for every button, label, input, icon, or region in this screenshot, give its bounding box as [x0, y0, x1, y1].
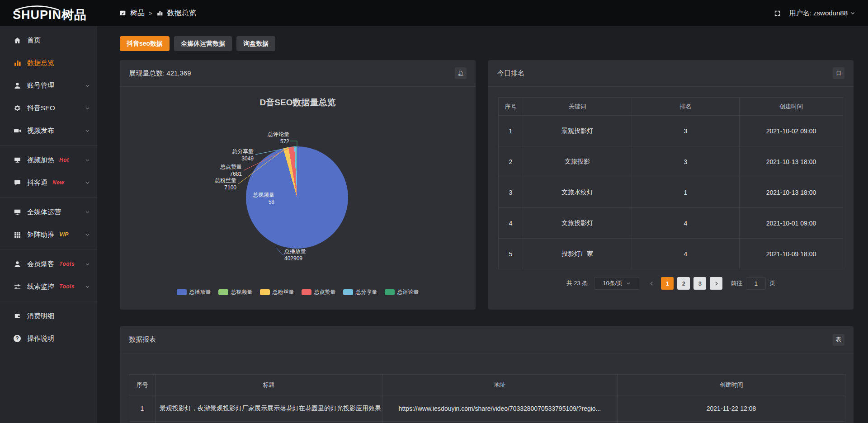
prev-page-button[interactable]: [646, 277, 657, 290]
pie-label-likes: 总点赞量7681: [220, 163, 242, 178]
sidebar-item-matrix-boost[interactable]: 矩阵助推 VIP: [0, 223, 97, 246]
sidebar: 首页 数据总览 账号管理 抖音SEO 视频发布 视频加热 Hot: [0, 26, 97, 423]
grid-icon: [14, 231, 21, 239]
question-icon: [14, 335, 21, 343]
chevron-down-icon: [85, 262, 90, 267]
breadcrumb-separator: >: [149, 10, 152, 17]
legend-item[interactable]: 总点赞量: [302, 288, 336, 296]
report-time-cell: 2021-11-22 12:08: [618, 395, 845, 422]
col-title: 标题: [156, 375, 382, 395]
next-page-button[interactable]: [710, 277, 722, 290]
overview-panel: 展现量总数: 421,369 总 D音SEO数据量总览 总评论量572: [120, 60, 476, 310]
goto-suffix: 页: [769, 279, 775, 287]
sidebar-item-label: 数据总览: [27, 59, 54, 67]
logo-text: SHUPIN树品: [13, 9, 87, 21]
chart-legend: 总播放量 总视频量 总粉丝量 总点赞量 总分享量 总评论量: [120, 288, 476, 296]
pie-label-comments: 总评论量572: [268, 131, 289, 145]
table-header-row: 序号 关键词 排名 创建时间: [499, 98, 843, 116]
legend-swatch: [385, 289, 395, 295]
sidebar-item-douyin-seo[interactable]: 抖音SEO: [0, 97, 97, 119]
chevron-down-icon: [85, 158, 90, 163]
sidebar-item-doukestong[interactable]: 抖客通 New: [0, 171, 97, 194]
pie-label-fans: 总粉丝量7100: [215, 177, 236, 191]
legend-item[interactable]: 总分享量: [343, 288, 377, 296]
home-icon: [14, 37, 21, 44]
page-button-1[interactable]: 1: [661, 277, 674, 290]
breadcrumb: 树品 > 数据总览: [119, 9, 196, 18]
sidebar-item-help[interactable]: 操作说明: [0, 327, 97, 350]
table-badge-button[interactable]: 表: [833, 334, 844, 346]
rank-table: 序号 关键词 排名 创建时间 1景观投影灯32021-10-02 09:00 2…: [498, 97, 843, 269]
header-right: 用户名: zswodun88: [774, 9, 855, 18]
breadcrumb-item-current[interactable]: 数据总览: [167, 9, 196, 18]
sidebar-item-label: 视频发布: [27, 127, 54, 135]
tab-douyin-seo-data[interactable]: 抖音seo数据: [120, 36, 170, 51]
rank-panel-header: 今日排名 日: [488, 60, 854, 87]
col-created: 创建时间: [740, 98, 843, 116]
chat-icon: [14, 179, 21, 187]
caret-down-icon: [850, 10, 855, 16]
sidebar-item-media-operation[interactable]: 全媒体运营: [0, 201, 97, 223]
sidebar-item-label: 线索监控: [27, 282, 54, 291]
sidebar-item-data-overview[interactable]: 数据总览: [0, 52, 97, 74]
sidebar-item-account[interactable]: 账号管理: [0, 74, 97, 97]
page-size-select[interactable]: 10条/页: [594, 277, 639, 290]
col-url: 地址: [382, 375, 618, 395]
app: SHUPIN树品 树品 > 数据总览 用户名: zswodun88 首页 数据总…: [0, 0, 868, 423]
fullscreen-icon[interactable]: [774, 9, 781, 17]
sidebar-item-label: 会员爆客: [27, 260, 54, 268]
table-header-row: 序号 标题 地址 创建时间: [129, 375, 845, 395]
impressions-total: 展现量总数: 421,369: [129, 69, 191, 78]
tv-icon: [14, 156, 21, 164]
chevron-down-icon: [85, 128, 90, 133]
overview-panel-header: 展现量总数: 421,369 总: [120, 60, 476, 87]
tab-inquiry-data[interactable]: 询盘数据: [236, 36, 275, 51]
legend-item[interactable]: 总粉丝量: [260, 288, 294, 296]
pie-label-videos: 总视频量58: [253, 191, 274, 206]
page-button-2[interactable]: 2: [677, 277, 690, 290]
day-badge-button[interactable]: 日: [833, 67, 844, 79]
sidebar-item-label: 首页: [27, 36, 41, 45]
goto-page-input[interactable]: [746, 277, 766, 290]
tab-media-operation-data[interactable]: 全媒体运营数据: [174, 36, 232, 51]
user-menu[interactable]: 用户名: zswodun88: [789, 9, 855, 18]
chevron-down-icon: [85, 284, 90, 289]
sidebar-divider: [0, 249, 97, 249]
total-badge-button[interactable]: 总: [455, 67, 467, 79]
report-panel-title: 数据报表: [129, 335, 156, 344]
chevron-down-icon: [85, 210, 90, 215]
username-label: 用户名: zswodun88: [789, 9, 848, 18]
sliders-icon: [14, 283, 21, 291]
pie-chart-area: D音SEO数据量总览 总评论量572 总分享量3049: [120, 87, 476, 309]
sidebar-item-home[interactable]: 首页: [0, 29, 97, 52]
sidebar-item-video-publish[interactable]: 视频发布: [0, 119, 97, 142]
wallet-icon: [14, 312, 21, 320]
legend-swatch: [343, 289, 353, 295]
chart-title: D音SEO数据量总览: [120, 97, 476, 108]
sidebar-divider: [0, 145, 97, 146]
goto-page: 前往 页: [731, 277, 775, 290]
sidebar-item-video-heat[interactable]: 视频加热 Hot: [0, 149, 97, 171]
legend-swatch: [218, 289, 228, 295]
table-row: 5投影灯厂家42021-10-09 18:00: [499, 239, 843, 269]
sidebar-item-member-burst[interactable]: 会员爆客 Tools: [0, 253, 97, 275]
goto-prefix: 前往: [731, 279, 742, 287]
table-row: [129, 422, 845, 423]
breadcrumb-item-root[interactable]: 树品: [130, 9, 145, 18]
bar-chart-icon: [156, 10, 163, 16]
legend-item[interactable]: 总播放量: [177, 288, 211, 296]
bar-chart-icon: [14, 59, 21, 67]
sidebar-item-spend-detail[interactable]: 消费明细: [0, 305, 97, 327]
report-url-link[interactable]: https://www.iesdouyin.com/share/video/70…: [382, 395, 618, 422]
sidebar-divider: [0, 197, 97, 197]
report-panel-header: 数据报表 表: [120, 326, 854, 353]
sidebar-item-label: 全媒体运营: [27, 208, 61, 216]
page-button-3[interactable]: 3: [693, 277, 706, 290]
sidebar-item-lead-monitor[interactable]: 线索监控 Tools: [0, 275, 97, 298]
legend-item[interactable]: 总评论量: [385, 288, 419, 296]
chevron-down-icon: [85, 83, 90, 88]
report-title-cell: 景观投影灯，夜游景观投影灯厂家展示展示落花灯在花园里的灯光投影应用效果 #: [156, 395, 382, 422]
tools-badge: Tools: [59, 261, 75, 267]
chevron-down-icon: [85, 106, 90, 111]
legend-item[interactable]: 总视频量: [218, 288, 253, 296]
